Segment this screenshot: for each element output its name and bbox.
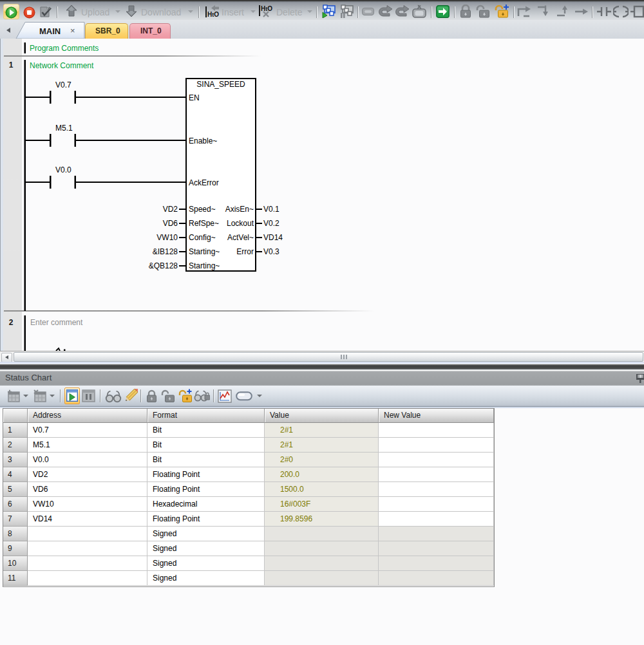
svg-text:HtO: HtO <box>207 11 219 18</box>
svg-text:Enable~: Enable~ <box>189 136 217 145</box>
svg-text:VD6: VD6 <box>163 219 178 228</box>
svg-text:Error: Error <box>236 247 254 256</box>
svg-text:&IB128: &IB128 <box>153 247 178 256</box>
svg-text:VD14: VD14 <box>263 233 283 242</box>
svg-text:AckError: AckError <box>189 178 219 187</box>
svg-text:Lockout: Lockout <box>227 219 254 228</box>
svg-text:Starting~: Starting~ <box>189 247 220 256</box>
svg-text:Starting~: Starting~ <box>189 261 220 270</box>
svg-text:SINA_SPEED: SINA_SPEED <box>196 80 245 89</box>
svg-text:VD2: VD2 <box>163 205 178 214</box>
svg-text:V0.7: V0.7 <box>55 80 71 89</box>
svg-text:M5.1: M5.1 <box>55 124 73 133</box>
svg-text:Speed~: Speed~ <box>189 205 216 214</box>
svg-text:&QB128: &QB128 <box>149 261 178 270</box>
svg-text:V0.0: V0.0 <box>55 165 71 174</box>
svg-text:VW10: VW10 <box>156 233 178 242</box>
svg-text:RefSpe~: RefSpe~ <box>189 219 219 228</box>
svg-text:EN: EN <box>189 93 200 102</box>
svg-text:HtO: HtO <box>261 5 272 12</box>
svg-text:AxisEn~: AxisEn~ <box>225 205 254 214</box>
svg-text:Config~: Config~ <box>189 233 216 242</box>
svg-text:V0.2: V0.2 <box>263 219 279 228</box>
svg-text:V0.1: V0.1 <box>263 205 279 214</box>
svg-text:V0.3: V0.3 <box>263 247 279 256</box>
svg-text:ActVel~: ActVel~ <box>227 233 254 242</box>
